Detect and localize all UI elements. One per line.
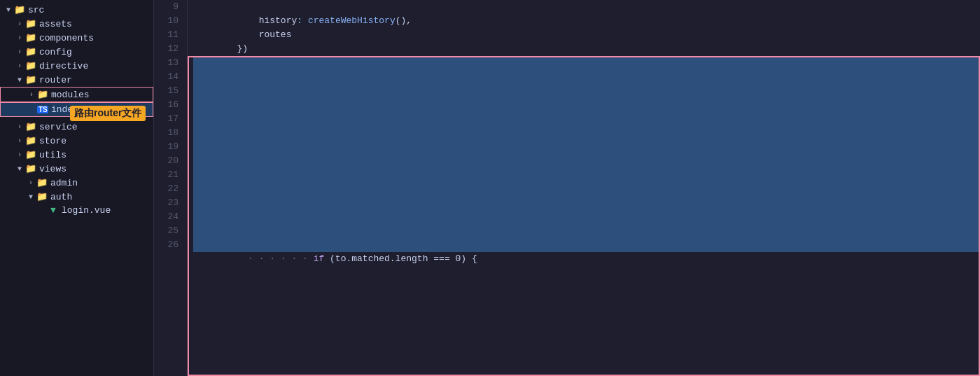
vue-file-icon: ▼ [48, 205, 59, 216]
line-num-13: 13 [160, 56, 178, 70]
sidebar-item-label-directive: directive [39, 61, 88, 71]
sidebar-item-label-components: components [39, 33, 94, 43]
sidebar-item-login-vue[interactable]: ▼ login.vue [0, 204, 153, 217]
folder-icon-assets: 📁 [25, 18, 36, 29]
folder-icon-router: 📁 [25, 74, 36, 85]
folder-icon-config: 📁 [25, 46, 36, 57]
code-line-23: · · · · · · // 保存我们所在的位置，以便以后再来 [193, 196, 980, 210]
expand-arrow-router: ▼ [14, 76, 25, 84]
line-num-18: 18 [160, 126, 178, 140]
folder-icon-service: 📁 [25, 121, 36, 132]
expand-arrow-assets: › [14, 20, 25, 28]
code-line-9: history: createWebHistory(), [193, 0, 980, 14]
code-content: history: createWebHistory(), routes }) 💡… [188, 0, 980, 376]
code-line-10: routes [193, 14, 980, 28]
folder-icon-views: 📁 [25, 163, 36, 174]
line-num-14: 14 [160, 70, 178, 84]
sidebar-item-label-modules: modules [51, 90, 90, 100]
line-num-10: 10 [160, 14, 178, 28]
line-num-15: 15 [160, 84, 178, 98]
line-num-24: 24 [160, 210, 178, 224]
line-num-25: 25 [160, 224, 178, 238]
sidebar-item-views[interactable]: ▼ 📁 views [0, 162, 153, 176]
line-num-16: 16 [160, 98, 178, 112]
expand-arrow-src: ▼ [3, 6, 14, 14]
ts-file-icon: TS [37, 106, 48, 113]
sidebar-item-label-views: views [39, 164, 66, 174]
sidebar-item-label-service: service [39, 122, 78, 132]
sidebar-item-directive[interactable]: › 📁 directive [0, 59, 153, 73]
code-line-16: · · · // 路由在白名单里面 [193, 98, 980, 112]
code-line-21: · · · · // 如果token或userInfo为空、null、{}则跳转… [193, 168, 980, 182]
line-num-12: 12 [160, 42, 178, 56]
line-num-17: 17 [160, 112, 178, 126]
expand-arrow-auth: ▼ [25, 193, 36, 201]
line-num-23: 23 [160, 196, 178, 210]
sidebar-item-label-login-vue: login.vue [62, 205, 111, 216]
code-line-11: }) [193, 28, 980, 42]
line-num-22: 22 [160, 182, 178, 196]
folder-icon-src: 📁 [14, 4, 25, 15]
expand-arrow-admin: › [25, 179, 36, 187]
sidebar-item-label-config: config [39, 47, 72, 57]
code-line-15: · try { [193, 84, 980, 98]
folder-icon-components: 📁 [25, 32, 36, 43]
sidebar-item-label-auth: auth [50, 192, 72, 202]
line-num-21: 21 [160, 168, 178, 182]
sidebar-item-label-admin: admin [50, 178, 78, 188]
sidebar-item-label-utils: utils [39, 150, 66, 160]
code-editor[interactable]: 9 10 11 12 13 14 15 16 17 18 19 20 21 22… [154, 0, 980, 376]
sidebar-item-service[interactable]: › 📁 service [0, 120, 153, 134]
code-line-22: · · · · if (!token) { [193, 182, 980, 196]
sidebar-item-auth[interactable]: ▼ 📁 auth [0, 190, 153, 204]
expand-arrow-modules: › [26, 91, 37, 99]
sidebar-item-label-assets: assets [39, 19, 72, 29]
code-line-25: · · · · } else { [193, 224, 980, 238]
line-num-26: 26 [160, 238, 178, 252]
sidebar-item-label-index-ts: index.ts [51, 104, 94, 115]
expand-arrow-config: › [14, 48, 25, 56]
line-num-9: 9 [160, 0, 178, 14]
sidebar-item-components[interactable]: › 📁 components [0, 31, 153, 45]
code-line-20: · · · · const token = cache.getLocalStor… [193, 154, 980, 168]
sidebar-item-label-router: router [39, 75, 72, 85]
folder-icon-modules: 📁 [37, 89, 48, 100]
code-line-13: // 导航路由守卫 [193, 56, 980, 70]
folder-icon-store: 📁 [25, 135, 36, 146]
folder-icon-utils: 📁 [25, 149, 36, 160]
sidebar-item-store[interactable]: › 📁 store [0, 134, 153, 148]
sidebar-item-assets[interactable]: › 📁 assets [0, 17, 153, 31]
sidebar-item-utils[interactable]: › 📁 utils [0, 148, 153, 162]
sidebar-item-src[interactable]: ▼ 📁 src [0, 3, 153, 17]
code-line-12: 💡 [193, 42, 980, 56]
code-line-14: router.beforeEach((to:any, from:any, nex… [193, 70, 980, 84]
expand-arrow-utils: › [14, 151, 25, 159]
line-num-19: 19 [160, 140, 178, 154]
code-line-24: · · · · · · next(G.LOGIN_URL); [193, 210, 980, 224]
sidebar-item-router[interactable]: ▼ 📁 router [0, 73, 153, 87]
sidebar-item-modules[interactable]: › 📁 modules [0, 87, 153, 102]
folder-icon-auth: 📁 [36, 191, 48, 202]
sidebar-item-config[interactable]: › 📁 config [0, 45, 153, 59]
sidebar-item-label-src: src [28, 5, 44, 15]
folder-icon-admin: 📁 [36, 177, 48, 188]
expand-arrow-views: ▼ [14, 165, 25, 173]
code-line-19: · · } else { [193, 140, 980, 154]
code-line-26: · · · · · · if (to.matched.length === 0)… [193, 238, 980, 252]
expand-arrow-store: › [14, 137, 25, 145]
file-explorer: ▼ 📁 src › 📁 assets › 📁 components › 📁 co… [0, 0, 154, 376]
sidebar-item-admin[interactable]: › 📁 admin [0, 176, 153, 190]
code-line-17: · · if (existWhite(to.path)) { [193, 112, 980, 126]
code-line-18: · · · · next() [193, 126, 980, 140]
expand-arrow-service: › [14, 123, 25, 131]
line-num-11: 11 [160, 28, 178, 42]
sidebar-item-index-ts[interactable]: TS index.ts [0, 102, 153, 117]
expand-arrow-components: › [14, 34, 25, 42]
line-num-20: 20 [160, 154, 178, 168]
expand-arrow-directive: › [14, 62, 25, 70]
line-numbers: 9 10 11 12 13 14 15 16 17 18 19 20 21 22… [154, 0, 188, 376]
sidebar-item-label-store: store [39, 136, 66, 146]
folder-icon-directive: 📁 [25, 60, 36, 71]
